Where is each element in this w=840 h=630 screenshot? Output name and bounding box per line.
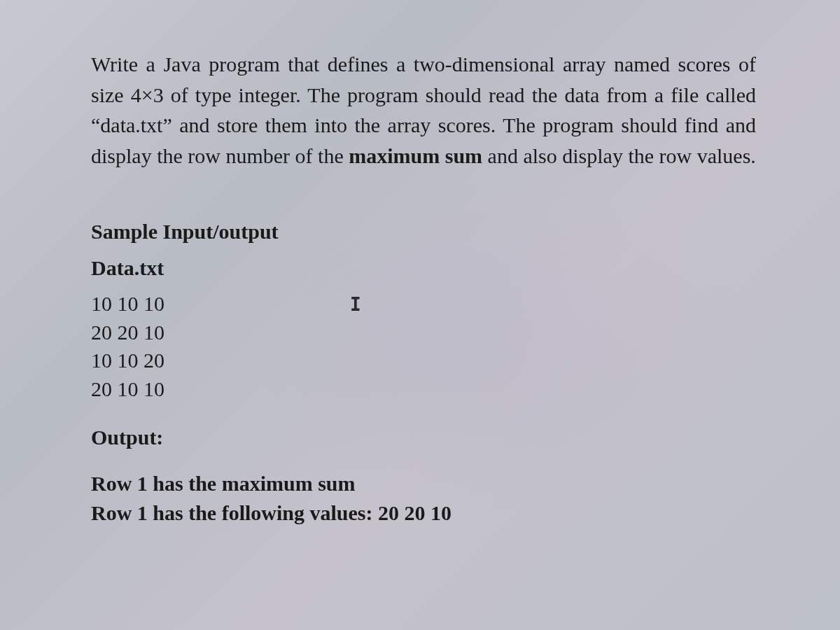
problem-statement: Write a Java program that defines a two-…	[91, 49, 756, 171]
output-line: Row 1 has the following values: 20 20 10	[91, 498, 756, 528]
document-page: Write a Java program that defines a two-…	[91, 49, 756, 528]
problem-bold-phrase: maximum sum	[349, 144, 482, 167]
output-contents: Row 1 has the maximum sum Row 1 has the …	[91, 469, 756, 528]
data-row: 10 10 20	[91, 346, 756, 375]
sample-io-heading: Sample Input/output	[91, 220, 756, 244]
output-label: Output:	[91, 426, 756, 449]
data-row: 10 10 10	[91, 290, 756, 318]
data-row: 20 10 10	[91, 375, 756, 404]
problem-text-after: and also display the row values.	[482, 144, 756, 167]
output-line: Row 1 has the maximum sum	[91, 469, 756, 498]
data-file-label: Data.txt	[91, 256, 756, 280]
data-file-contents: 10 10 10 20 20 10 10 10 20 20 10 10	[91, 290, 756, 403]
data-row: 20 20 10	[91, 318, 756, 347]
